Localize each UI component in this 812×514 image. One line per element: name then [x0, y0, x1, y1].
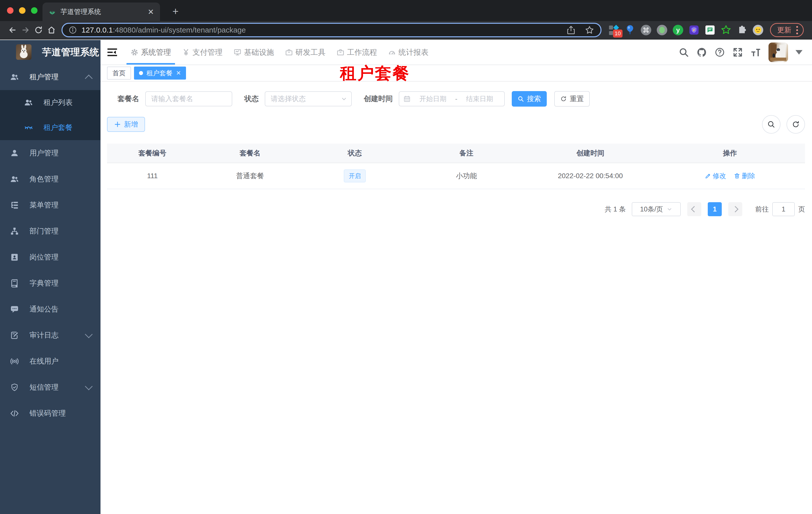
tab-manager-extension-icon[interactable]: 10: [609, 25, 619, 35]
help-icon[interactable]: [715, 47, 725, 58]
sidebar-item-role-management[interactable]: 角色管理: [0, 166, 100, 192]
sidebar-item-label: 错误码管理: [29, 408, 66, 418]
start-date-placeholder: 开始日期: [412, 94, 454, 103]
filter-status-label: 状态: [244, 94, 259, 104]
prev-page-button[interactable]: [687, 202, 701, 216]
sidebar-item-label: 审计日志: [29, 330, 58, 340]
org-tree-icon: [10, 227, 19, 236]
briefcase-icon: [285, 48, 293, 56]
topnav-label: 系统管理: [141, 47, 171, 58]
y-extension-icon[interactable]: y: [672, 25, 684, 35]
next-page-button[interactable]: [728, 202, 742, 216]
status-select[interactable]: 请选择状态: [265, 91, 352, 106]
url-bar[interactable]: 127.0.0.1:48080/admin-ui/system/tenant/p…: [61, 23, 602, 37]
search-icon[interactable]: [678, 47, 689, 58]
reset-button[interactable]: 重置: [554, 91, 590, 107]
topnav-label: 工作流程: [347, 47, 377, 58]
browser-update-button[interactable]: 更新: [770, 23, 804, 37]
topnav-dev-tools[interactable]: 研发工具: [281, 40, 329, 64]
avatar-dropdown-caret[interactable]: [795, 50, 803, 55]
pencil-icon: [705, 173, 711, 179]
minimize-window-button[interactable]: [19, 7, 26, 14]
emoji-extension-icon[interactable]: [753, 25, 763, 35]
tag-tenant-package[interactable]: 租户套餐 ✕: [134, 66, 186, 80]
collapse-sidebar-icon[interactable]: [107, 47, 118, 58]
bookmark-star-icon[interactable]: [584, 25, 594, 35]
command-extension-icon[interactable]: [640, 25, 651, 35]
delete-link[interactable]: 删除: [734, 171, 755, 181]
sidebar-item-error-code[interactable]: 错误码管理: [0, 400, 100, 426]
search-icon: [518, 96, 524, 102]
tag-home[interactable]: 首页: [107, 66, 131, 80]
topnav-infrastructure[interactable]: 基础设施: [230, 40, 278, 64]
browser-menu-icon[interactable]: [796, 26, 798, 34]
forward-button[interactable]: [19, 24, 32, 36]
tab-title: 芋道管理系统: [60, 7, 145, 16]
table-tools: [762, 115, 805, 134]
search-button[interactable]: 搜索: [512, 91, 547, 107]
new-tab-button[interactable]: +: [169, 5, 182, 18]
back-button[interactable]: [6, 24, 19, 36]
user-avatar[interactable]: [768, 43, 788, 62]
tab-close-icon[interactable]: ✕: [148, 7, 154, 16]
sidebar-item-tenant-package[interactable]: 租户套餐: [0, 115, 100, 140]
column-header: 创建时间: [526, 144, 655, 163]
fullscreen-icon[interactable]: [732, 47, 743, 58]
close-window-button[interactable]: [7, 7, 13, 14]
cell-package-name: 普通套餐: [198, 163, 302, 189]
sidebar-item-tenant-list[interactable]: 租户列表: [0, 90, 100, 115]
topnav-label: 基础设施: [244, 47, 274, 58]
sidebar-item-user-management[interactable]: 用户管理: [0, 140, 100, 166]
browser-tab[interactable]: 芋道管理系统 ✕: [42, 2, 160, 21]
page-size-select[interactable]: 10条/页: [632, 202, 681, 216]
table-toolbar: 新增: [107, 115, 805, 134]
sidebar-item-post-management[interactable]: 岗位管理: [0, 244, 100, 270]
sidebar-logo-row[interactable]: 芋道管理系统: [0, 40, 100, 64]
extensions-puzzle-icon[interactable]: [736, 25, 748, 35]
create-time-range-picker[interactable]: 开始日期 - 结束日期: [399, 91, 505, 106]
site-favicon-icon: [49, 8, 56, 16]
home-button[interactable]: [45, 24, 58, 36]
table-row: 111 普通套餐 开启 小功能 2022-02-22 00:54:00 修改: [107, 163, 805, 189]
topnav-system-management[interactable]: 系统管理: [126, 40, 175, 64]
tag-close-icon[interactable]: ✕: [176, 70, 181, 77]
topnav-statistics[interactable]: 统计报表: [384, 40, 433, 64]
star-extension-icon[interactable]: [721, 25, 731, 35]
site-info-icon[interactable]: [68, 26, 77, 34]
sidebar-item-menu-management[interactable]: 菜单管理: [0, 192, 100, 218]
sidebar-item-sms-management[interactable]: 短信管理: [0, 374, 100, 400]
show-search-toggle-button[interactable]: [762, 115, 781, 134]
topnav-workflow[interactable]: 工作流程: [332, 40, 381, 64]
current-page-button[interactable]: 1: [708, 202, 722, 216]
chevron-down-icon: [667, 206, 672, 212]
topnav-payment-management[interactable]: 支付管理: [178, 40, 227, 64]
font-size-icon[interactable]: [751, 47, 761, 58]
shield-extension-icon[interactable]: [689, 25, 699, 35]
github-icon[interactable]: [696, 47, 707, 58]
sidebar-item-dept-management[interactable]: 部门管理: [0, 218, 100, 244]
sidebar-item-label: 字典管理: [29, 278, 58, 288]
recorder-extension-icon[interactable]: [657, 25, 667, 35]
sidebar-item-notice[interactable]: 通知公告: [0, 296, 100, 322]
share-icon[interactable]: [566, 25, 576, 35]
sidebar-item-audit-log[interactable]: 审计日志: [0, 322, 100, 348]
sidebar-item-dict-management[interactable]: 字典管理: [0, 270, 100, 296]
filter-date-label: 创建时间: [364, 94, 393, 104]
goto-page-input[interactable]: [772, 202, 795, 216]
url-text[interactable]: 127.0.0.1:48080/admin-ui/system/tenant/p…: [82, 26, 557, 34]
chat-extension-icon[interactable]: [704, 25, 716, 35]
broadcast-icon: [10, 357, 19, 366]
balloon-extension-icon[interactable]: [625, 25, 636, 35]
refresh-table-button[interactable]: [786, 115, 805, 134]
sidebar-menu: 租户管理 租户列表 租户套餐 用户管理: [0, 64, 100, 514]
package-name-input[interactable]: [145, 91, 232, 106]
browser-window: 芋道管理系统 ✕ + 127.0.0.1:48080/admin-ui/syst…: [0, 0, 812, 514]
app-header: 系统管理 支付管理 基础设施 研发工具: [100, 40, 812, 65]
reload-button[interactable]: [32, 24, 45, 36]
edit-link[interactable]: 修改: [705, 171, 726, 181]
add-button[interactable]: 新增: [107, 117, 145, 132]
sidebar-item-tenant-management[interactable]: 租户管理: [0, 64, 100, 90]
page-size-value: 10条/页: [640, 205, 663, 214]
zoom-window-button[interactable]: [31, 7, 37, 14]
sidebar-item-online-users[interactable]: 在线用户: [0, 348, 100, 374]
